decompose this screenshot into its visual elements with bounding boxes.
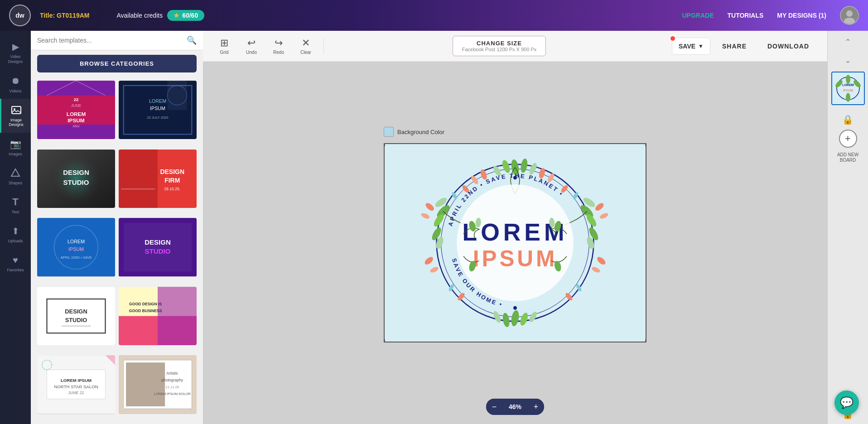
svg-text:Artistic: Artistic [166,371,178,376]
credits-section: Available credits ★ 60/60 [116,10,204,21]
sidebar-item-label-video-designs: VideoDesigns [8,54,23,64]
icon-sidebar: ▶ VideoDesigns ⏺ Videos ImageDesigns 📷 I… [0,31,31,424]
redo-label: Redo [273,50,284,55]
templates-panel: 🔍 BROWSE CATEGORIES 22 JUNE LOREM IPSUM … [31,31,203,424]
grid-icon: ⊞ [220,37,228,49]
change-size-button[interactable]: CHANGE SIZE Facebook Post 1200 Px X 900 … [453,36,546,56]
save-label: SAVE [679,43,695,50]
chevron-up-icon[interactable]: ⌃ [843,35,853,49]
svg-point-127 [846,93,850,102]
sidebar-item-videos[interactable]: ⏺ Videos [0,70,31,99]
svg-text:LOREM: LOREM [67,111,86,117]
canvas-design-svg: APRIL 22ND • SAVE THE PLANET • SAVE OUR … [385,144,646,342]
logo[interactable]: dw [9,5,31,26]
canvas-wrapper: Background Color [384,143,646,342]
template-card-7[interactable]: DESIGN STUDIO [37,287,115,345]
zoom-out-button[interactable]: − [486,399,502,415]
download-button[interactable]: DOWNLOAD [758,38,818,54]
svg-text:22 JULY 2020: 22 JULY 2020 [147,116,169,120]
zoom-in-button[interactable]: + [528,399,544,415]
template-card-6[interactable]: DESIGN STUDIO [119,218,197,276]
shapes-icon [10,167,21,179]
browse-categories-button[interactable]: BROWSE CATEGORIES [37,55,197,72]
template-card-3[interactable]: DESIGN STUDIO [37,149,115,208]
svg-text:STUDIO: STUDIO [145,247,171,255]
my-designs-link[interactable]: MY DESIGNS (1) [777,12,826,19]
redo-button[interactable]: ↪ Redo [266,34,291,58]
svg-text:DESIGN: DESIGN [63,169,89,176]
canvas-area: ⊞ Grid ↩ Undo ↪ Redo ✕ Clear CHANGE SIZE… [203,31,827,424]
chat-bubble[interactable]: 💬 [834,390,859,415]
save-dropdown-icon: ▼ [698,43,704,49]
clear-label: Clear [300,50,311,55]
svg-rect-26 [119,149,158,208]
undo-icon: ↩ [247,37,256,49]
svg-text:GOOD DESIGN IS: GOOD DESIGN IS [129,302,162,306]
template-card-8[interactable]: GOOD DESIGN IS GOOD BUSINESS [119,287,197,345]
change-size-subtitle: Facebook Post 1200 Px X 900 Px [462,47,537,52]
sidebar-item-image-designs[interactable]: ImageDesigns [0,99,31,133]
svg-rect-20 [168,81,187,110]
svg-rect-3 [12,106,21,114]
sidebar-item-label-uploads: Uploads [8,239,23,243]
canvas-frame[interactable]: APRIL 22ND • SAVE THE PLANET • SAVE OUR … [384,143,646,342]
bg-color-swatch[interactable] [384,127,394,137]
nav-links: UPGRADE TUTORIALS MY DESIGNS (1) [682,6,859,25]
save-button[interactable]: SAVE ▼ [672,38,710,55]
template-card-1[interactable]: 22 JUNE LOREM IPSUM AMJ [37,81,115,139]
add-board-button[interactable]: + [839,130,857,148]
search-button[interactable]: 🔍 [187,35,197,45]
svg-text:NORTH STAR SALON: NORTH STAR SALON [54,385,98,390]
design-title: Title: GT0119AM [40,12,89,19]
svg-text:IPSUM: IPSUM [68,246,84,252]
svg-text:APRIL 22ND • SAVE: APRIL 22ND • SAVE [60,256,92,260]
grid-label: Grid [220,50,229,55]
svg-text:LOREM: LOREM [68,239,85,244]
template-card-10[interactable]: Artistic photography 11.11.29 LOREM IPSU… [119,355,197,414]
search-input[interactable] [37,37,183,44]
share-button[interactable]: SHARE [713,38,756,54]
clear-button[interactable]: ✕ Clear [294,34,318,58]
user-avatar[interactable] [840,6,859,25]
template-card-4[interactable]: DESIGN FIRM 29.10.25. [119,149,197,208]
template-card-5[interactable]: LOREM IPSUM APRIL 22ND • SAVE [37,218,115,276]
svg-text:LOREM IPSUM: LOREM IPSUM [61,378,92,383]
grid-button[interactable]: ⊞ Grid [212,34,236,58]
svg-text:IPSUM: IPSUM [473,246,558,271]
svg-text:DESIGN: DESIGN [160,168,184,175]
credits-badge: ★ 60/60 [167,10,204,21]
sidebar-item-video-designs[interactable]: ▶ VideoDesigns [0,35,31,70]
main-layout: ▶ VideoDesigns ⏺ Videos ImageDesigns 📷 I… [0,31,868,424]
svg-text:STUDIO: STUDIO [65,316,87,323]
sidebar-item-images[interactable]: 📷 Images [0,133,31,162]
chevron-down-icon[interactable]: ⌄ [843,53,853,67]
sidebar-item-favorites[interactable]: ♥ Favorites [0,249,31,278]
board-thumbnail-1[interactable]: LOREM IPSUM [831,72,865,105]
text-icon: T [10,196,21,208]
video-designs-icon: ▶ [10,41,21,53]
sidebar-item-uploads[interactable]: ⬆ Uploads [0,220,31,249]
lock-icon: 🔒 [842,114,854,125]
videos-icon: ⏺ [10,75,21,87]
svg-text:DESIGN: DESIGN [145,238,171,246]
bg-color-label: Background Color [384,127,444,137]
favorites-icon: ♥ [10,254,21,266]
top-nav: dw Title: GT0119AM Available credits ★ 6… [0,0,868,31]
images-icon: 📷 [10,138,21,150]
svg-point-111 [513,306,517,310]
template-card-9[interactable]: LOREM IPSUM NORTH STAR SALON JUNE 22 [37,355,115,414]
logo-text: dw [15,12,24,19]
sidebar-item-text[interactable]: T Text [0,191,31,220]
uploads-icon: ⬆ [10,225,21,237]
svg-text:STUDIO: STUDIO [63,178,89,186]
right-panel: ⌃ ⌄ LOREM IPSUM 🔒 + ADD NEW BOARD 🔒 [827,31,868,424]
upgrade-link[interactable]: UPGRADE [682,12,714,19]
svg-text:LOREM: LOREM [149,98,166,104]
sidebar-item-shapes[interactable]: Shapes [0,162,31,191]
svg-text:AMJ: AMJ [72,124,79,128]
template-card-2[interactable]: LOREM IPSUM 22 JULY 2020 [119,81,197,139]
tutorials-link[interactable]: TUTORIALS [727,12,763,19]
bg-label-text: Background Color [397,129,444,135]
undo-button[interactable]: ↩ Undo [239,34,264,58]
canvas-container: Background Color [203,62,827,424]
